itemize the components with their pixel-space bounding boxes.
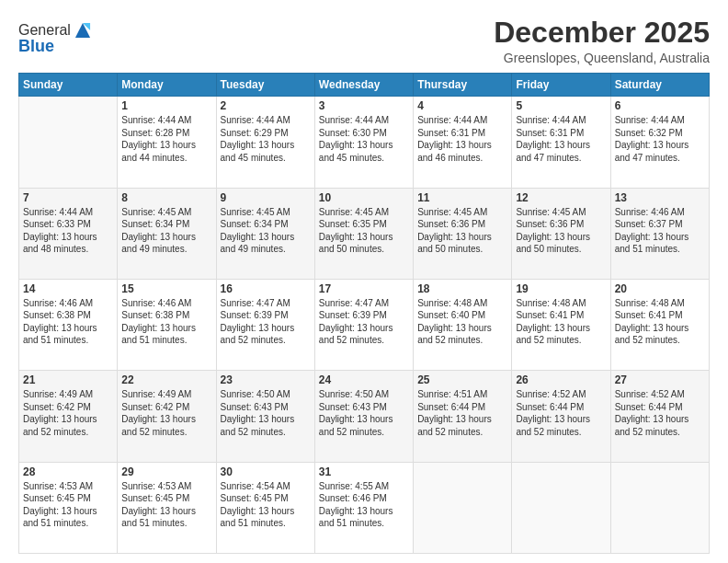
title-block: December 2025 Greenslopes, Queensland, A… xyxy=(494,17,710,65)
day-number: 14 xyxy=(23,282,113,295)
calendar-week-row: 28Sunrise: 4:53 AM Sunset: 6:45 PM Dayli… xyxy=(19,462,710,553)
calendar-day-cell: 13Sunrise: 4:46 AM Sunset: 6:37 PM Dayli… xyxy=(610,188,709,279)
day-info: Sunrise: 4:48 AM Sunset: 6:41 PM Dayligh… xyxy=(516,297,606,347)
day-number: 20 xyxy=(615,282,705,295)
day-number: 6 xyxy=(615,99,705,112)
day-info: Sunrise: 4:51 AM Sunset: 6:44 PM Dayligh… xyxy=(417,388,507,438)
calendar-day-cell: 1Sunrise: 4:44 AM Sunset: 6:28 PM Daylig… xyxy=(118,97,216,188)
subtitle: Greenslopes, Queensland, Australia xyxy=(494,51,710,65)
day-info: Sunrise: 4:55 AM Sunset: 6:46 PM Dayligh… xyxy=(319,480,409,530)
day-number: 28 xyxy=(23,465,113,478)
calendar-day-cell xyxy=(610,462,709,553)
calendar-day-cell: 22Sunrise: 4:49 AM Sunset: 6:42 PM Dayli… xyxy=(118,371,216,462)
day-info: Sunrise: 4:45 AM Sunset: 6:36 PM Dayligh… xyxy=(516,206,606,256)
day-info: Sunrise: 4:53 AM Sunset: 6:45 PM Dayligh… xyxy=(121,480,211,530)
day-number: 9 xyxy=(221,191,311,204)
calendar-day-cell: 16Sunrise: 4:47 AM Sunset: 6:39 PM Dayli… xyxy=(216,279,314,370)
day-info: Sunrise: 4:49 AM Sunset: 6:42 PM Dayligh… xyxy=(121,388,211,438)
day-info: Sunrise: 4:49 AM Sunset: 6:42 PM Dayligh… xyxy=(23,388,113,438)
calendar-day-cell: 6Sunrise: 4:44 AM Sunset: 6:32 PM Daylig… xyxy=(610,97,709,188)
logo-icon xyxy=(73,20,93,40)
day-number: 3 xyxy=(319,99,409,112)
day-number: 7 xyxy=(23,191,113,204)
calendar-week-row: 14Sunrise: 4:46 AM Sunset: 6:38 PM Dayli… xyxy=(19,279,710,370)
calendar-table: SundayMondayTuesdayWednesdayThursdayFrid… xyxy=(18,73,710,554)
day-number: 24 xyxy=(319,373,409,386)
day-number: 13 xyxy=(615,191,705,204)
calendar-day-cell: 14Sunrise: 4:46 AM Sunset: 6:38 PM Dayli… xyxy=(19,279,118,370)
day-number: 29 xyxy=(121,465,211,478)
calendar-day-cell: 3Sunrise: 4:44 AM Sunset: 6:30 PM Daylig… xyxy=(314,97,413,188)
calendar-day-cell: 28Sunrise: 4:53 AM Sunset: 6:45 PM Dayli… xyxy=(19,462,118,553)
weekday-header-saturday: Saturday xyxy=(610,74,709,97)
calendar-day-cell xyxy=(414,462,512,553)
day-number: 21 xyxy=(23,373,113,386)
day-info: Sunrise: 4:44 AM Sunset: 6:31 PM Dayligh… xyxy=(516,114,606,164)
day-info: Sunrise: 4:48 AM Sunset: 6:41 PM Dayligh… xyxy=(615,297,705,347)
day-info: Sunrise: 4:50 AM Sunset: 6:43 PM Dayligh… xyxy=(221,388,311,438)
calendar-day-cell: 30Sunrise: 4:54 AM Sunset: 6:45 PM Dayli… xyxy=(216,462,314,553)
day-number: 26 xyxy=(516,373,606,386)
weekday-header-friday: Friday xyxy=(512,74,610,97)
calendar-day-cell: 17Sunrise: 4:47 AM Sunset: 6:39 PM Dayli… xyxy=(314,279,413,370)
day-info: Sunrise: 4:44 AM Sunset: 6:29 PM Dayligh… xyxy=(221,114,311,164)
day-number: 11 xyxy=(417,191,507,204)
calendar-day-cell xyxy=(19,97,118,188)
calendar-day-cell: 2Sunrise: 4:44 AM Sunset: 6:29 PM Daylig… xyxy=(216,97,314,188)
calendar-day-cell: 5Sunrise: 4:44 AM Sunset: 6:31 PM Daylig… xyxy=(512,97,610,188)
day-info: Sunrise: 4:52 AM Sunset: 6:44 PM Dayligh… xyxy=(615,388,705,438)
day-number: 17 xyxy=(319,282,409,295)
calendar-week-row: 21Sunrise: 4:49 AM Sunset: 6:42 PM Dayli… xyxy=(19,371,710,462)
main-title: December 2025 xyxy=(494,17,710,49)
day-number: 2 xyxy=(221,99,311,112)
header: General Blue December 2025 Greenslopes, … xyxy=(18,17,710,65)
calendar-day-cell: 21Sunrise: 4:49 AM Sunset: 6:42 PM Dayli… xyxy=(19,371,118,462)
weekday-header-row: SundayMondayTuesdayWednesdayThursdayFrid… xyxy=(19,74,710,97)
calendar-day-cell: 31Sunrise: 4:55 AM Sunset: 6:46 PM Dayli… xyxy=(314,462,413,553)
day-info: Sunrise: 4:47 AM Sunset: 6:39 PM Dayligh… xyxy=(221,297,311,347)
weekday-header-wednesday: Wednesday xyxy=(314,74,413,97)
day-number: 1 xyxy=(121,99,211,112)
calendar-day-cell: 19Sunrise: 4:48 AM Sunset: 6:41 PM Dayli… xyxy=(512,279,610,370)
day-info: Sunrise: 4:44 AM Sunset: 6:31 PM Dayligh… xyxy=(417,114,507,164)
day-number: 30 xyxy=(221,465,311,478)
weekday-header-sunday: Sunday xyxy=(19,74,118,97)
calendar-day-cell: 18Sunrise: 4:48 AM Sunset: 6:40 PM Dayli… xyxy=(414,279,512,370)
day-number: 18 xyxy=(417,282,507,295)
calendar-day-cell: 7Sunrise: 4:44 AM Sunset: 6:33 PM Daylig… xyxy=(19,188,118,279)
day-info: Sunrise: 4:44 AM Sunset: 6:28 PM Dayligh… xyxy=(121,114,211,164)
logo: General Blue xyxy=(18,20,93,56)
day-info: Sunrise: 4:48 AM Sunset: 6:40 PM Dayligh… xyxy=(417,297,507,347)
day-info: Sunrise: 4:44 AM Sunset: 6:30 PM Dayligh… xyxy=(319,114,409,164)
calendar-day-cell: 12Sunrise: 4:45 AM Sunset: 6:36 PM Dayli… xyxy=(512,188,610,279)
day-number: 5 xyxy=(516,99,606,112)
day-info: Sunrise: 4:54 AM Sunset: 6:45 PM Dayligh… xyxy=(221,480,311,530)
day-info: Sunrise: 4:50 AM Sunset: 6:43 PM Dayligh… xyxy=(319,388,409,438)
day-number: 16 xyxy=(221,282,311,295)
day-number: 19 xyxy=(516,282,606,295)
day-info: Sunrise: 4:53 AM Sunset: 6:45 PM Dayligh… xyxy=(23,480,113,530)
day-number: 10 xyxy=(319,191,409,204)
day-info: Sunrise: 4:47 AM Sunset: 6:39 PM Dayligh… xyxy=(319,297,409,347)
day-info: Sunrise: 4:44 AM Sunset: 6:33 PM Dayligh… xyxy=(23,206,113,256)
day-number: 12 xyxy=(516,191,606,204)
calendar-day-cell: 20Sunrise: 4:48 AM Sunset: 6:41 PM Dayli… xyxy=(610,279,709,370)
day-number: 27 xyxy=(615,373,705,386)
calendar-day-cell: 24Sunrise: 4:50 AM Sunset: 6:43 PM Dayli… xyxy=(314,371,413,462)
day-number: 22 xyxy=(121,373,211,386)
calendar-day-cell: 10Sunrise: 4:45 AM Sunset: 6:35 PM Dayli… xyxy=(314,188,413,279)
calendar-day-cell: 8Sunrise: 4:45 AM Sunset: 6:34 PM Daylig… xyxy=(118,188,216,279)
calendar-day-cell xyxy=(512,462,610,553)
calendar-day-cell: 4Sunrise: 4:44 AM Sunset: 6:31 PM Daylig… xyxy=(414,97,512,188)
day-info: Sunrise: 4:52 AM Sunset: 6:44 PM Dayligh… xyxy=(516,388,606,438)
calendar-day-cell: 27Sunrise: 4:52 AM Sunset: 6:44 PM Dayli… xyxy=(610,371,709,462)
calendar-week-row: 7Sunrise: 4:44 AM Sunset: 6:33 PM Daylig… xyxy=(19,188,710,279)
day-number: 8 xyxy=(121,191,211,204)
day-number: 25 xyxy=(417,373,507,386)
day-number: 15 xyxy=(121,282,211,295)
day-info: Sunrise: 4:46 AM Sunset: 6:37 PM Dayligh… xyxy=(615,206,705,256)
day-number: 31 xyxy=(319,465,409,478)
weekday-header-tuesday: Tuesday xyxy=(216,74,314,97)
calendar-day-cell: 9Sunrise: 4:45 AM Sunset: 6:34 PM Daylig… xyxy=(216,188,314,279)
day-info: Sunrise: 4:45 AM Sunset: 6:34 PM Dayligh… xyxy=(221,206,311,256)
